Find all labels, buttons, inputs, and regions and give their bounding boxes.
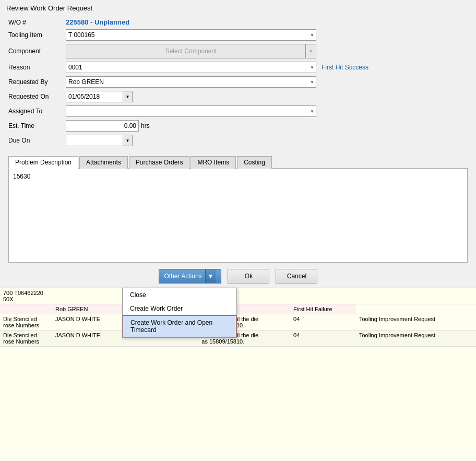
table-cell: [52, 288, 127, 304]
due-on-input[interactable]: [66, 135, 123, 146]
title-bar: Review Work Order Request: [0, 0, 476, 14]
tab-purchase-orders[interactable]: Purchase Orders: [129, 156, 190, 169]
cancel-button[interactable]: Cancel: [276, 269, 317, 283]
due-on-label: Due On: [8, 137, 66, 144]
reason-row: Reason 0001 First Hit Success: [8, 62, 468, 73]
table-row: Die Stenciledrose Numbers JASON D WHITE …: [0, 330, 476, 347]
requested-on-control: ▼: [66, 91, 133, 102]
requested-on-label: Requested On: [8, 93, 66, 100]
est-time-label: Est. Time: [8, 122, 66, 129]
requested-on-calendar-btn[interactable]: ▼: [123, 91, 133, 102]
component-button[interactable]: Select Component ▼: [66, 44, 316, 58]
table-cell: JASON D WHITE: [52, 314, 127, 330]
assigned-to-select[interactable]: [66, 105, 316, 117]
requested-by-select-wrapper: Rob GREEN: [66, 76, 316, 88]
problem-description-text: 15630: [13, 173, 30, 180]
due-on-calendar-btn[interactable]: ▼: [123, 135, 133, 146]
requested-by-row: Requested By Rob GREEN: [8, 76, 468, 88]
other-actions-arrow[interactable]: ▼: [205, 269, 216, 283]
tab-problem-description[interactable]: Problem Description: [8, 156, 78, 169]
component-row: Component Select Component ▼: [8, 44, 468, 58]
form-area: W/O # 225580 - Unplanned Tooling Item T …: [0, 14, 476, 153]
reason-label: Reason: [8, 64, 66, 71]
est-time-row: Est. Time hrs: [8, 120, 468, 132]
requested-by-select[interactable]: Rob GREEN: [66, 76, 316, 88]
ok-button[interactable]: Ok: [228, 269, 269, 283]
tab-content-problem: 15630: [8, 169, 468, 263]
component-control: Select Component ▼: [66, 44, 316, 58]
table-cell: Rob GREEN: [52, 304, 127, 314]
reason-select-wrapper: 0001: [66, 62, 316, 73]
tab-costing[interactable]: Costing: [237, 156, 272, 169]
table-cell: Tooling Improvement Request: [356, 314, 476, 330]
table-area: 700 T0646222050X Rob GREEN First Hit Fai…: [0, 288, 476, 461]
reason-select[interactable]: 0001: [66, 62, 316, 73]
table-cell: JASON D WHITE: [52, 330, 127, 347]
requested-on-row: Requested On ▼: [8, 91, 468, 102]
wo-value: 225580 - Unplanned: [66, 18, 129, 26]
assigned-to-row: Assigned To: [8, 105, 468, 117]
table-row: Die Stenciledrose Numbers JASON D WHITE …: [0, 314, 476, 330]
table-cell: [290, 288, 356, 304]
dropdown-item-create-wo-timecard[interactable]: Create Work Order and Open Timecard: [123, 315, 236, 337]
dropdown-item-close[interactable]: Close: [123, 288, 236, 302]
table-cell: Tooling Improvement Request: [356, 330, 476, 347]
requested-by-label: Requested By: [8, 78, 66, 86]
window-title: Review Work Order Request: [6, 4, 92, 12]
due-on-row: Due On ▼: [8, 135, 468, 146]
other-actions-label: Other Actions: [164, 273, 202, 280]
other-actions-button[interactable]: Other Actions ▼: [159, 269, 222, 283]
est-time-input[interactable]: [66, 120, 139, 132]
due-on-control: ▼: [66, 135, 133, 146]
tab-attachments[interactable]: Attachments: [79, 156, 128, 169]
table-cell: Die Stenciledrose Numbers: [0, 330, 52, 347]
tooling-label: Tooling Item: [8, 31, 66, 39]
table-row-highlight: Rob GREEN First Hit Failure: [0, 304, 476, 314]
table-cell: 04: [290, 330, 356, 347]
tooling-control: T 000165: [66, 29, 316, 41]
requested-by-control: Rob GREEN: [66, 76, 316, 88]
tab-mro-items[interactable]: MRO Items: [191, 156, 236, 169]
wo-value-wrap: 225580 - Unplanned: [66, 18, 316, 26]
table-cell: 04: [290, 314, 356, 330]
button-row: Other Actions ▼ Close Create Work Order …: [0, 265, 476, 288]
first-hit-label: First Hit Success: [322, 64, 368, 71]
table-row: 700 T0646222050X: [0, 288, 476, 304]
tooling-select-wrapper: T 000165: [66, 29, 316, 41]
other-actions-wrapper: Other Actions ▼ Close Create Work Order …: [159, 269, 222, 283]
tooling-row: Tooling Item T 000165: [8, 29, 468, 41]
est-time-suffix: hrs: [141, 122, 150, 129]
component-dropdown-arrow[interactable]: ▼: [305, 44, 316, 58]
requested-on-input[interactable]: [66, 91, 123, 102]
wo-label: W/O #: [8, 19, 66, 26]
tab-bar: Problem Description Attachments Purchase…: [8, 156, 468, 169]
component-label: Component: [8, 48, 66, 55]
assigned-to-label: Assigned To: [8, 108, 66, 115]
dropdown-item-create-wo[interactable]: Create Work Order: [123, 302, 236, 315]
assigned-to-select-wrapper: [66, 105, 316, 117]
tooling-select[interactable]: T 000165: [66, 29, 316, 41]
component-placeholder: Select Component: [165, 48, 217, 55]
main-window: Review Work Order Request W/O # 225580 -…: [0, 0, 476, 461]
reason-control: 0001: [66, 62, 316, 73]
wo-row: W/O # 225580 - Unplanned: [8, 18, 468, 26]
data-table: 700 T0646222050X Rob GREEN First Hit Fai…: [0, 288, 476, 347]
other-actions-dropdown: Close Create Work Order Create Work Orde…: [122, 288, 237, 338]
table-cell: First Hit Failure: [290, 304, 356, 314]
table-cell: [0, 304, 52, 314]
table-cell: Die Stenciledrose Numbers: [0, 314, 52, 330]
assigned-to-control: [66, 105, 316, 117]
table-cell: 700 T0646222050X: [0, 288, 52, 304]
tabs-area: Problem Description Attachments Purchase…: [0, 153, 476, 265]
